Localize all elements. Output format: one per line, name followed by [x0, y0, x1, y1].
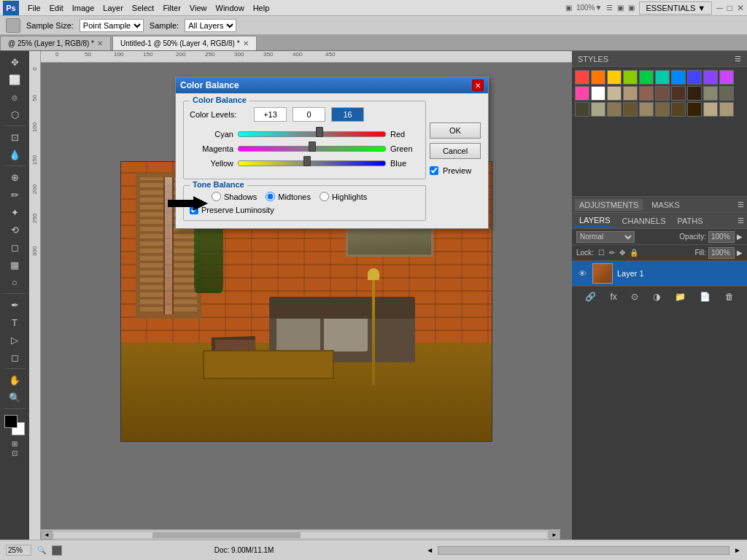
shape-tool-icon[interactable]: ◻: [7, 349, 23, 365]
highlights-radio-label[interactable]: Highlights: [320, 192, 367, 201]
eyedropper-tool-icon[interactable]: 💧: [7, 147, 23, 163]
swatch-26[interactable]: [671, 102, 686, 117]
dialog-close-button[interactable]: ✕: [472, 79, 484, 91]
scroll-right-btn[interactable]: ►: [549, 531, 560, 540]
lock-transparent-icon[interactable]: ☐: [598, 249, 605, 257]
menu-edit[interactable]: Edit: [45, 2, 68, 14]
path-tool-icon[interactable]: ▷: [7, 332, 23, 348]
tab-layer1[interactable]: @ 25% (Layer 1, RGB/8) * ✕: [0, 36, 111, 50]
type-tool-icon[interactable]: T: [7, 314, 23, 330]
healing-tool-icon[interactable]: ⊕: [7, 169, 23, 185]
magenta-green-slider[interactable]: [238, 144, 386, 154]
midtones-radio-label[interactable]: Midtones: [266, 192, 311, 201]
swatch-0[interactable]: [575, 70, 589, 85]
swatch-16[interactable]: [671, 86, 686, 101]
color-balance-dialog[interactable]: Color Balance ✕ Color Balance Color Leve…: [175, 77, 489, 229]
gradient-tool-icon[interactable]: ▦: [7, 257, 23, 273]
pen-tool-icon[interactable]: ✒: [7, 297, 23, 313]
swatch-5[interactable]: [655, 70, 670, 85]
sample-size-select[interactable]: Point Sample: [80, 19, 144, 32]
horizontal-scrollbar[interactable]: ◄ ►: [41, 529, 560, 540]
swatch-4[interactable]: [639, 70, 654, 85]
swatch-20[interactable]: [575, 102, 589, 117]
lasso-tool-icon[interactable]: ⌾: [7, 89, 23, 105]
swatch-21[interactable]: [591, 102, 605, 117]
marquee-tool-icon[interactable]: ⬜: [7, 71, 23, 88]
lock-move-icon[interactable]: ✥: [619, 249, 625, 257]
opacity-arrow[interactable]: ▶: [737, 233, 743, 241]
menu-window[interactable]: Window: [212, 2, 249, 14]
cyan-red-thumb[interactable]: [316, 127, 323, 137]
zoom-tool-icon[interactable]: 🔍: [7, 389, 23, 405]
swatch-23[interactable]: [623, 102, 638, 117]
options-tool-icon[interactable]: [6, 18, 20, 33]
lock-image-icon[interactable]: ✏: [609, 249, 615, 257]
new-group-icon[interactable]: 📁: [675, 292, 686, 302]
scroll-thumb-h[interactable]: [152, 532, 301, 538]
tab-paths[interactable]: PATHS: [673, 215, 708, 227]
zoom-level[interactable]: [6, 545, 31, 556]
swatch-19[interactable]: [719, 86, 734, 101]
color-level-2-input[interactable]: [293, 107, 325, 122]
swatch-28[interactable]: [703, 102, 718, 117]
opacity-input[interactable]: [708, 231, 735, 243]
menu-help[interactable]: Help: [249, 2, 274, 14]
yellow-blue-slider[interactable]: [238, 158, 386, 168]
fill-arrow[interactable]: ▶: [737, 249, 743, 257]
adj-menu-icon[interactable]: ☰: [738, 201, 744, 209]
swatch-15[interactable]: [655, 86, 670, 101]
scroll-left-btn[interactable]: ◄: [41, 531, 53, 540]
highlights-radio[interactable]: [320, 192, 329, 201]
scroll-right-status[interactable]: ►: [734, 546, 741, 554]
layer-visibility-icon[interactable]: 👁: [576, 268, 588, 279]
menu-image[interactable]: Image: [68, 2, 99, 14]
restore-button[interactable]: □: [727, 3, 732, 13]
swatch-13[interactable]: [623, 86, 638, 101]
swatch-6[interactable]: [671, 70, 686, 85]
preview-checkbox[interactable]: [430, 166, 438, 175]
history-tool-icon[interactable]: ⟲: [7, 222, 23, 238]
swatch-17[interactable]: [687, 86, 702, 101]
quick-select-tool-icon[interactable]: ⬡: [7, 106, 23, 122]
adj-tab-masks[interactable]: MASKS: [647, 199, 684, 211]
blend-mode-select[interactable]: Normal: [576, 231, 635, 243]
ok-button[interactable]: OK: [430, 122, 481, 139]
swatch-8[interactable]: [703, 70, 718, 85]
swatch-1[interactable]: [591, 70, 605, 85]
fill-input[interactable]: [708, 247, 735, 259]
magenta-green-thumb[interactable]: [309, 141, 316, 152]
new-layer-icon[interactable]: 📄: [700, 292, 711, 302]
nav-button[interactable]: [52, 545, 62, 556]
menu-view[interactable]: View: [185, 2, 212, 14]
swatch-3[interactable]: [623, 70, 638, 85]
new-adjustment-icon[interactable]: ◑: [653, 292, 660, 302]
midtones-radio[interactable]: [266, 192, 275, 201]
yellow-blue-thumb[interactable]: [303, 156, 311, 166]
tab-layer4[interactable]: Untitled-1 @ 50% (Layer 4, RGB/8) * ✕: [112, 36, 257, 50]
menu-layer[interactable]: Layer: [98, 2, 128, 14]
tab-channels[interactable]: CHANNELS: [618, 215, 670, 227]
minimize-button[interactable]: ─: [716, 3, 723, 13]
swatch-10[interactable]: [575, 86, 589, 101]
adj-tab-adjustments[interactable]: ADJUSTMENTS: [575, 199, 643, 211]
color-level-1-input[interactable]: [254, 107, 287, 122]
tab-close-0[interactable]: ✕: [97, 39, 103, 47]
layer-row-0[interactable]: 👁 Layer 1: [572, 261, 747, 286]
swatch-2[interactable]: [607, 70, 622, 85]
add-style-icon[interactable]: fx: [610, 292, 616, 302]
swatch-25[interactable]: [655, 102, 670, 117]
swatch-9[interactable]: [719, 70, 734, 85]
scroll-bar-bottom[interactable]: [438, 546, 729, 555]
shadows-radio-label[interactable]: Shadows: [212, 192, 257, 201]
quick-mask-icon[interactable]: ⊞: [12, 440, 18, 448]
move-tool-icon[interactable]: ✥: [7, 54, 23, 70]
color-picker[interactable]: [4, 415, 25, 435]
brush-tool-icon[interactable]: ✏: [7, 187, 23, 203]
dodge-tool-icon[interactable]: ○: [7, 274, 23, 290]
hand-tool-icon[interactable]: ✋: [7, 372, 23, 388]
eraser-tool-icon[interactable]: ◻: [7, 239, 23, 255]
tab-close-1[interactable]: ✕: [243, 39, 249, 47]
swatch-22[interactable]: [607, 102, 622, 117]
swatch-14[interactable]: [639, 86, 654, 101]
essentials-button[interactable]: ESSENTIALS ▼: [639, 1, 712, 15]
